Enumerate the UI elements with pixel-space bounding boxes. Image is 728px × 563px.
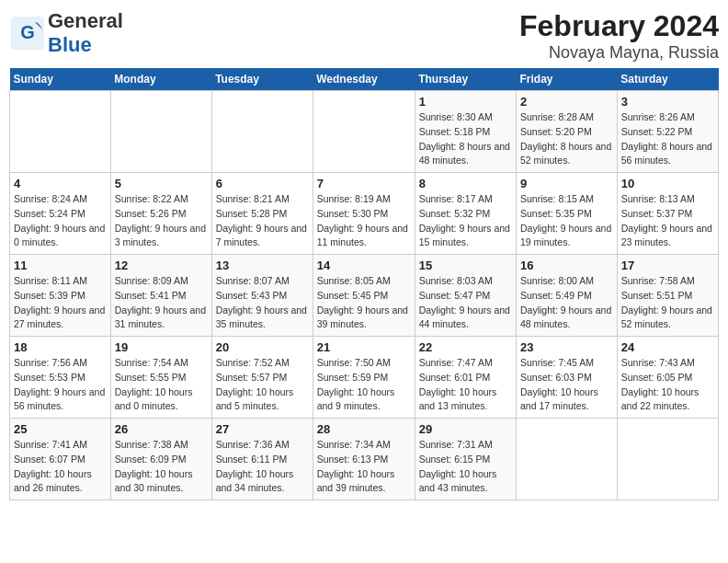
calendar-header: Sunday Monday Tuesday Wednesday Thursday… bbox=[10, 68, 719, 91]
day-number: 13 bbox=[216, 259, 309, 272]
calendar-cell bbox=[617, 419, 718, 500]
day-info: Sunrise: 8:05 AMSunset: 5:45 PMDaylight:… bbox=[317, 274, 411, 332]
day-number: 8 bbox=[419, 177, 512, 190]
day-info: Sunrise: 7:58 AMSunset: 5:51 PMDaylight:… bbox=[621, 274, 714, 332]
calendar-cell bbox=[10, 91, 111, 173]
calendar-cell: 21Sunrise: 7:50 AMSunset: 5:59 PMDayligh… bbox=[313, 337, 415, 419]
day-number: 12 bbox=[115, 259, 208, 272]
calendar-cell: 13Sunrise: 8:07 AMSunset: 5:43 PMDayligh… bbox=[211, 255, 313, 337]
calendar-week-4: 25Sunrise: 7:41 AMSunset: 6:07 PMDayligh… bbox=[10, 419, 719, 500]
day-info: Sunrise: 8:03 AMSunset: 5:47 PMDaylight:… bbox=[419, 274, 512, 332]
day-number: 18 bbox=[14, 340, 107, 354]
day-number: 11 bbox=[14, 259, 107, 272]
day-info: Sunrise: 8:11 AMSunset: 5:39 PMDaylight:… bbox=[14, 274, 107, 332]
calendar-cell: 22Sunrise: 7:47 AMSunset: 6:01 PMDayligh… bbox=[415, 337, 516, 419]
calendar-cell: 6Sunrise: 8:21 AMSunset: 5:28 PMDaylight… bbox=[211, 173, 313, 255]
day-number: 24 bbox=[621, 340, 714, 354]
day-info: Sunrise: 7:41 AMSunset: 6:07 PMDaylight:… bbox=[14, 438, 107, 496]
day-number: 9 bbox=[520, 177, 613, 190]
day-info: Sunrise: 7:38 AMSunset: 6:09 PMDaylight:… bbox=[115, 438, 208, 496]
day-number: 4 bbox=[14, 177, 107, 190]
calendar-cell: 18Sunrise: 7:56 AMSunset: 5:53 PMDayligh… bbox=[10, 337, 111, 419]
calendar-week-2: 11Sunrise: 8:11 AMSunset: 5:39 PMDayligh… bbox=[10, 255, 719, 337]
day-info: Sunrise: 8:28 AMSunset: 5:20 PMDaylight:… bbox=[520, 110, 613, 168]
calendar-week-1: 4Sunrise: 8:24 AMSunset: 5:24 PMDaylight… bbox=[10, 173, 719, 255]
calendar-cell: 4Sunrise: 8:24 AMSunset: 5:24 PMDaylight… bbox=[10, 173, 111, 255]
logo-icon: G bbox=[9, 15, 46, 52]
calendar-cell: 11Sunrise: 8:11 AMSunset: 5:39 PMDayligh… bbox=[10, 255, 111, 337]
day-number: 29 bbox=[419, 422, 512, 436]
day-number: 2 bbox=[520, 95, 613, 109]
day-info: Sunrise: 8:17 AMSunset: 5:32 PMDaylight:… bbox=[419, 192, 512, 250]
calendar-cell: 14Sunrise: 8:05 AMSunset: 5:45 PMDayligh… bbox=[313, 255, 415, 337]
day-number: 23 bbox=[520, 340, 613, 354]
day-info: Sunrise: 7:52 AMSunset: 5:57 PMDaylight:… bbox=[216, 356, 309, 414]
header-sunday: Sunday bbox=[10, 68, 111, 91]
day-info: Sunrise: 8:07 AMSunset: 5:43 PMDaylight:… bbox=[216, 274, 309, 332]
logo-general: General bbox=[48, 9, 123, 32]
day-number: 6 bbox=[216, 177, 309, 190]
calendar-body: 1Sunrise: 8:30 AMSunset: 5:18 PMDaylight… bbox=[10, 91, 719, 500]
calendar-cell: 16Sunrise: 8:00 AMSunset: 5:49 PMDayligh… bbox=[517, 255, 618, 337]
calendar-cell: 29Sunrise: 7:31 AMSunset: 6:15 PMDayligh… bbox=[415, 419, 516, 500]
calendar-cell: 17Sunrise: 7:58 AMSunset: 5:51 PMDayligh… bbox=[617, 255, 718, 337]
logo: G General Blue bbox=[9, 9, 123, 57]
day-number: 3 bbox=[621, 95, 714, 109]
day-info: Sunrise: 8:13 AMSunset: 5:37 PMDaylight:… bbox=[621, 192, 714, 250]
day-number: 14 bbox=[317, 259, 411, 272]
page-title: February 2024 bbox=[519, 9, 719, 43]
header-tuesday: Tuesday bbox=[211, 68, 313, 91]
day-number: 19 bbox=[115, 340, 208, 354]
day-info: Sunrise: 8:00 AMSunset: 5:49 PMDaylight:… bbox=[520, 274, 613, 332]
day-number: 7 bbox=[317, 177, 411, 190]
calendar-table: Sunday Monday Tuesday Wednesday Thursday… bbox=[9, 68, 719, 500]
calendar-cell bbox=[211, 91, 313, 173]
day-number: 5 bbox=[115, 177, 208, 190]
calendar-cell: 2Sunrise: 8:28 AMSunset: 5:20 PMDaylight… bbox=[517, 91, 618, 173]
header-thursday: Thursday bbox=[415, 68, 516, 91]
day-number: 22 bbox=[419, 340, 512, 354]
day-number: 25 bbox=[14, 422, 107, 436]
day-info: Sunrise: 7:56 AMSunset: 5:53 PMDaylight:… bbox=[14, 356, 107, 414]
title-area: February 2024 Novaya Mayna, Russia bbox=[519, 9, 719, 63]
logo-blue: Blue bbox=[48, 33, 92, 56]
calendar-cell: 24Sunrise: 7:43 AMSunset: 6:05 PMDayligh… bbox=[617, 337, 718, 419]
day-info: Sunrise: 7:36 AMSunset: 6:11 PMDaylight:… bbox=[216, 438, 309, 496]
day-number: 21 bbox=[317, 340, 411, 354]
day-number: 20 bbox=[216, 340, 309, 354]
day-info: Sunrise: 7:47 AMSunset: 6:01 PMDaylight:… bbox=[419, 356, 512, 414]
day-number: 15 bbox=[419, 259, 512, 272]
day-info: Sunrise: 8:22 AMSunset: 5:26 PMDaylight:… bbox=[115, 192, 208, 250]
day-info: Sunrise: 7:34 AMSunset: 6:13 PMDaylight:… bbox=[317, 438, 411, 496]
calendar-cell: 23Sunrise: 7:45 AMSunset: 6:03 PMDayligh… bbox=[517, 337, 618, 419]
calendar-cell: 7Sunrise: 8:19 AMSunset: 5:30 PMDaylight… bbox=[313, 173, 415, 255]
calendar-cell: 15Sunrise: 8:03 AMSunset: 5:47 PMDayligh… bbox=[415, 255, 516, 337]
calendar-week-0: 1Sunrise: 8:30 AMSunset: 5:18 PMDaylight… bbox=[10, 91, 719, 173]
day-info: Sunrise: 8:21 AMSunset: 5:28 PMDaylight:… bbox=[216, 192, 309, 250]
day-info: Sunrise: 7:45 AMSunset: 6:03 PMDaylight:… bbox=[520, 356, 613, 414]
calendar-cell bbox=[313, 91, 415, 173]
day-info: Sunrise: 7:50 AMSunset: 5:59 PMDaylight:… bbox=[317, 356, 411, 414]
calendar-cell: 20Sunrise: 7:52 AMSunset: 5:57 PMDayligh… bbox=[211, 337, 313, 419]
calendar-cell: 26Sunrise: 7:38 AMSunset: 6:09 PMDayligh… bbox=[110, 419, 211, 500]
day-number: 17 bbox=[621, 259, 714, 272]
calendar-cell: 27Sunrise: 7:36 AMSunset: 6:11 PMDayligh… bbox=[211, 419, 313, 500]
header-saturday: Saturday bbox=[617, 68, 718, 91]
day-number: 26 bbox=[115, 422, 208, 436]
day-number: 27 bbox=[216, 422, 309, 436]
calendar-cell: 3Sunrise: 8:26 AMSunset: 5:22 PMDaylight… bbox=[617, 91, 718, 173]
day-info: Sunrise: 8:09 AMSunset: 5:41 PMDaylight:… bbox=[115, 274, 208, 332]
header-monday: Monday bbox=[110, 68, 211, 91]
calendar-cell: 19Sunrise: 7:54 AMSunset: 5:55 PMDayligh… bbox=[110, 337, 211, 419]
day-info: Sunrise: 8:15 AMSunset: 5:35 PMDaylight:… bbox=[520, 192, 613, 250]
header-row: Sunday Monday Tuesday Wednesday Thursday… bbox=[10, 68, 719, 91]
calendar-cell: 28Sunrise: 7:34 AMSunset: 6:13 PMDayligh… bbox=[313, 419, 415, 500]
header-wednesday: Wednesday bbox=[313, 68, 415, 91]
page-subtitle: Novaya Mayna, Russia bbox=[519, 43, 719, 63]
day-info: Sunrise: 7:31 AMSunset: 6:15 PMDaylight:… bbox=[419, 438, 512, 496]
day-number: 10 bbox=[621, 177, 714, 190]
calendar-cell bbox=[517, 419, 618, 500]
day-info: Sunrise: 8:24 AMSunset: 5:24 PMDaylight:… bbox=[14, 192, 107, 250]
day-info: Sunrise: 8:26 AMSunset: 5:22 PMDaylight:… bbox=[621, 110, 714, 168]
svg-text:G: G bbox=[20, 22, 35, 42]
